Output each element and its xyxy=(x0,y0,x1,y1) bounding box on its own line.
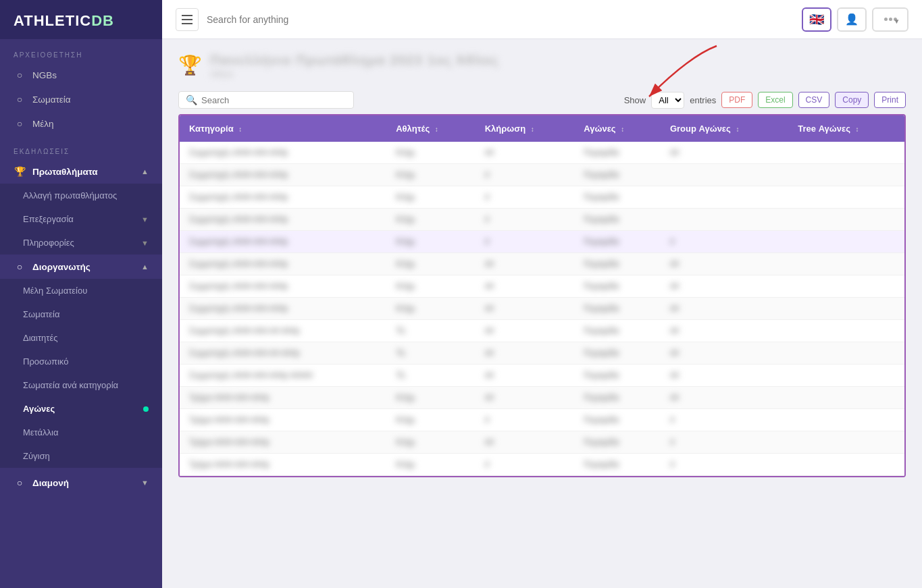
table-row[interactable]: Τμήμα ####-###-###pΚλήρ.#Πυραμίδα# xyxy=(180,409,904,431)
table-row[interactable]: Συμμετοχές ####-###-###pΚλήρ.#Πυραμίδα xyxy=(180,209,904,231)
sort-icon: ↕ xyxy=(238,126,242,133)
table-cell: Κλήρ. xyxy=(386,209,476,231)
sidebar-group-diorganotis[interactable]: ○ Διοργανωτής ▲ xyxy=(0,255,162,279)
col-header-group-agones[interactable]: Group Αγώνες ↕ xyxy=(661,115,788,142)
table-cell: ## xyxy=(476,142,575,164)
sidebar-item-swmateio-sub[interactable]: Σωματεία xyxy=(0,302,162,326)
table-cell: Πυραμίδα xyxy=(574,320,661,342)
sidebar-item-pliroforias[interactable]: Πληροφορίες ▼ xyxy=(0,231,162,255)
sidebar-item-agones[interactable]: Αγώνες xyxy=(0,397,162,421)
col-header-tree-agones[interactable]: Tree Αγώνες ↕ xyxy=(788,115,904,142)
col-header-agones[interactable]: Αγώνες ↕ xyxy=(574,115,661,142)
avatar-button[interactable]: 👤 xyxy=(837,7,867,32)
table-cell: Κλήρ. xyxy=(386,253,476,275)
table-cell: Κλήρ. xyxy=(386,231,476,253)
logo-athletic: ATHLETIC xyxy=(14,12,91,29)
search-input[interactable] xyxy=(207,14,794,25)
col-header-categoria[interactable]: Κατηγορία ↕ xyxy=(180,115,386,142)
col-label: Group Αγώνες xyxy=(670,124,731,134)
table-row[interactable]: Συμμετοχές ####-###-###p #####Τύ.##Πυραμ… xyxy=(180,365,904,387)
copy-button[interactable]: Copy xyxy=(835,92,869,108)
sidebar-item-label: Μετάλλια xyxy=(23,427,59,437)
table-row[interactable]: Συμμετοχές ####-###-###pΚλήρ.##Πυραμίδα#… xyxy=(180,253,904,275)
table-cell: Συμμετοχές ####-###-###p xyxy=(180,186,386,209)
topbar-right: 🇬🇧 👤 ▼ xyxy=(802,7,908,32)
table-cell: Πυραμίδα xyxy=(574,186,661,209)
diorganotis-submenu: Μέλη Σωματείου Σωματεία Διαιτητές Προσωπ… xyxy=(0,279,162,468)
sidebar-item-meli-swmateiu[interactable]: Μέλη Σωματείου xyxy=(0,279,162,302)
dot1 xyxy=(884,18,888,21)
sidebar-item-label: Σωματεία xyxy=(23,309,60,319)
chevron-down-icon: ▼ xyxy=(141,239,149,247)
table-cell: Πυραμίδα xyxy=(574,142,661,164)
table-cell: Τμήμα ####-###-###p xyxy=(180,431,386,454)
sidebar-item-label: NGBs xyxy=(32,70,57,80)
excel-button[interactable]: Excel xyxy=(758,92,792,108)
active-dot xyxy=(143,406,149,412)
sidebar-item-swmateio[interactable]: ○ Σωματεία xyxy=(0,87,162,111)
table-cell: ## xyxy=(661,365,788,387)
language-button[interactable]: 🇬🇧 xyxy=(802,7,831,32)
menu-toggle-button[interactable] xyxy=(176,8,199,31)
sort-icon: ↕ xyxy=(435,126,438,133)
dots-menu-button[interactable]: ▼ xyxy=(872,7,908,32)
table-cell: # xyxy=(661,431,788,454)
table-cell: Κλήρ. xyxy=(386,387,476,409)
table-row[interactable]: Συμμετοχές ####-###-###pΚλήρ.##Πυραμίδα#… xyxy=(180,298,904,320)
sidebar-item-ngbs[interactable]: ○ NGBs xyxy=(0,63,162,87)
table-row[interactable]: Συμμετοχές ####-###-###pΚλήρ.#Πυραμίδα xyxy=(180,186,904,209)
entries-select[interactable]: All 10 25 50 xyxy=(651,92,684,109)
print-button[interactable]: Print xyxy=(874,92,906,108)
table-row[interactable]: Συμμετοχές ####-###-###pΚλήρ.#Πυραμίδα# xyxy=(180,231,904,253)
col-header-klirosi[interactable]: Κλήρωση ↕ xyxy=(476,115,575,142)
table-cell: Πυραμίδα xyxy=(574,231,661,253)
table-row[interactable]: Τμήμα ####-###-###pΚλήρ.##Πυραμίδα## xyxy=(180,387,904,409)
sidebar-group-diamoni[interactable]: ○ Διαμονή ▼ xyxy=(0,471,162,495)
pdf-button[interactable]: PDF xyxy=(721,92,752,108)
sidebar-item-epeksergasia[interactable]: Επεξεργασία ▼ xyxy=(0,207,162,231)
table-row[interactable]: Συμμετοχές ####-###-##-###pΤύ.##Πυραμίδα… xyxy=(180,320,904,342)
table-cell xyxy=(788,342,904,365)
table-row[interactable]: Τμήμα ####-###-###pΚλήρ.##Πυραμίδα# xyxy=(180,431,904,454)
table-row[interactable]: Τμήμα ####-###-###pΚλήρ.#Πυραμίδα# xyxy=(180,454,904,476)
sidebar-item-metallia[interactable]: Μετάλλια xyxy=(0,421,162,444)
sidebar-item-label: Μέλη Σωματείου xyxy=(23,286,87,296)
table-cell: ## xyxy=(661,142,788,164)
col-label: Αγώνες xyxy=(584,124,615,134)
table-cell: Κλήρ. xyxy=(386,275,476,298)
table-cell: # xyxy=(476,164,575,186)
table-row[interactable]: Συμμετοχές ####-###-###pΚλήρ.##Πυραμίδα#… xyxy=(180,275,904,298)
table-cell xyxy=(788,231,904,253)
table-cell xyxy=(788,365,904,387)
table-cell xyxy=(788,298,904,320)
table-cell: ## xyxy=(476,320,575,342)
logo-text: ATHLETICDB xyxy=(14,12,114,30)
table-cell: Πυραμίδα xyxy=(574,253,661,275)
table-cell xyxy=(788,320,904,342)
table-cell: # xyxy=(476,209,575,231)
table-row[interactable]: Συμμετοχές ####-###-###pΚλήρ.#Πυραμίδα xyxy=(180,164,904,186)
table-row[interactable]: Συμμετοχές ####-###-###pΚλήρ.##Πυραμίδα#… xyxy=(180,142,904,164)
table-cell: ## xyxy=(661,275,788,298)
csv-button[interactable]: CSV xyxy=(798,92,830,108)
col-header-athlites[interactable]: Αθλητές ↕ xyxy=(386,115,476,142)
table-row[interactable]: Συμμετοχές ####-###-##-###pΤύ.##Πυραμίδα… xyxy=(180,342,904,365)
sidebar-group-label: Πρωταθλήματα xyxy=(32,167,98,177)
page-title: Πανελλήνιο Πρωτάθλημα 2023 1ος Άθλος xyxy=(210,53,499,68)
sidebar-item-melh[interactable]: ○ Μέλη xyxy=(0,111,162,136)
sidebar-item-diaitites[interactable]: Διαιτητές xyxy=(0,326,162,350)
sort-icon: ↕ xyxy=(856,126,859,133)
sidebar-group-protathlimata[interactable]: 🏆 Πρωταθλήματα ▲ xyxy=(0,159,162,184)
sidebar-item-swmateio-ana[interactable]: Σωματεία ανά κατηγορία xyxy=(0,373,162,397)
sort-icon: ↕ xyxy=(531,126,534,133)
table-cell: Τμήμα ####-###-###p xyxy=(180,387,386,409)
table-search-input[interactable] xyxy=(201,95,347,105)
table-cell: Πυραμίδα xyxy=(574,409,661,431)
table-cell: Συμμετοχές ####-###-##-###p xyxy=(180,320,386,342)
sidebar-item-allagi[interactable]: Αλλαγή πρωταθλήματος xyxy=(0,184,162,207)
flag-icon: 🇬🇧 xyxy=(809,12,824,27)
sidebar-item-zygisi[interactable]: Ζύγιση xyxy=(0,444,162,468)
diorganotis-icon: ○ xyxy=(14,261,26,272)
sidebar-item-proswpiko[interactable]: Προσωπικό xyxy=(0,350,162,373)
chevron-up-icon: ▲ xyxy=(141,263,149,271)
